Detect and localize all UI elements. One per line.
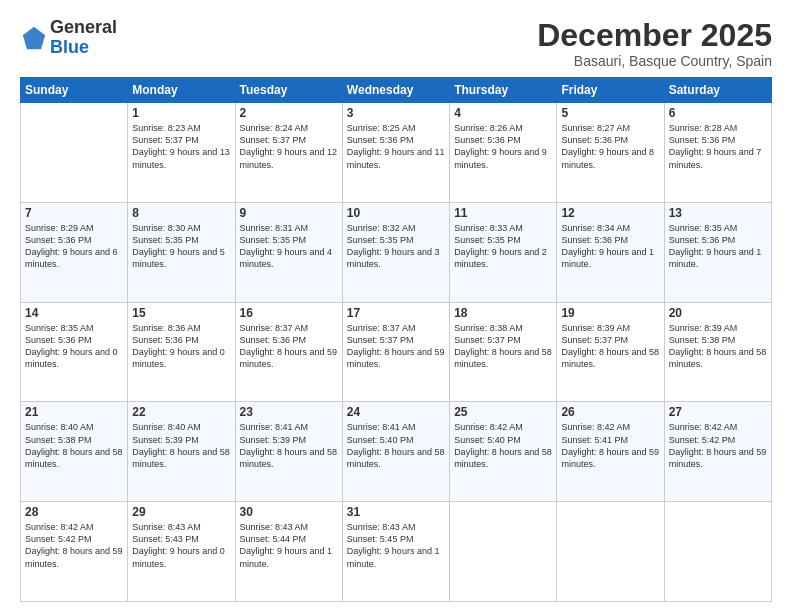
sunrise-text: Sunrise: 8:33 AM	[454, 222, 552, 234]
day-number: 27	[669, 405, 767, 419]
cell-info: Sunrise: 8:42 AM Sunset: 5:42 PM Dayligh…	[25, 521, 123, 570]
sunrise-text: Sunrise: 8:32 AM	[347, 222, 445, 234]
calendar-cell	[21, 103, 128, 203]
sunset-text: Sunset: 5:36 PM	[454, 134, 552, 146]
sunrise-text: Sunrise: 8:35 AM	[669, 222, 767, 234]
daylight-text: Daylight: 8 hours and 58 minutes.	[454, 346, 552, 370]
daylight-text: Daylight: 8 hours and 59 minutes.	[240, 346, 338, 370]
cell-info: Sunrise: 8:43 AM Sunset: 5:45 PM Dayligh…	[347, 521, 445, 570]
sunrise-text: Sunrise: 8:43 AM	[132, 521, 230, 533]
calendar-cell: 3 Sunrise: 8:25 AM Sunset: 5:36 PM Dayli…	[342, 103, 449, 203]
day-number: 20	[669, 306, 767, 320]
sunset-text: Sunset: 5:40 PM	[347, 434, 445, 446]
daylight-text: Daylight: 8 hours and 58 minutes.	[561, 346, 659, 370]
sunrise-text: Sunrise: 8:27 AM	[561, 122, 659, 134]
cell-info: Sunrise: 8:34 AM Sunset: 5:36 PM Dayligh…	[561, 222, 659, 271]
sunset-text: Sunset: 5:35 PM	[347, 234, 445, 246]
day-number: 16	[240, 306, 338, 320]
calendar-cell: 23 Sunrise: 8:41 AM Sunset: 5:39 PM Dayl…	[235, 402, 342, 502]
calendar-cell: 12 Sunrise: 8:34 AM Sunset: 5:36 PM Dayl…	[557, 202, 664, 302]
day-number: 5	[561, 106, 659, 120]
sunset-text: Sunset: 5:43 PM	[132, 533, 230, 545]
sunrise-text: Sunrise: 8:23 AM	[132, 122, 230, 134]
daylight-text: Daylight: 9 hours and 6 minutes.	[25, 246, 123, 270]
day-number: 3	[347, 106, 445, 120]
sunset-text: Sunset: 5:35 PM	[240, 234, 338, 246]
cell-info: Sunrise: 8:42 AM Sunset: 5:42 PM Dayligh…	[669, 421, 767, 470]
sunset-text: Sunset: 5:35 PM	[454, 234, 552, 246]
header-friday: Friday	[557, 78, 664, 103]
sunset-text: Sunset: 5:44 PM	[240, 533, 338, 545]
cell-info: Sunrise: 8:36 AM Sunset: 5:36 PM Dayligh…	[132, 322, 230, 371]
sunset-text: Sunset: 5:36 PM	[25, 234, 123, 246]
daylight-text: Daylight: 9 hours and 1 minute.	[669, 246, 767, 270]
daylight-text: Daylight: 9 hours and 3 minutes.	[347, 246, 445, 270]
cell-info: Sunrise: 8:26 AM Sunset: 5:36 PM Dayligh…	[454, 122, 552, 171]
sunset-text: Sunset: 5:36 PM	[240, 334, 338, 346]
sunrise-text: Sunrise: 8:37 AM	[347, 322, 445, 334]
calendar-cell: 1 Sunrise: 8:23 AM Sunset: 5:37 PM Dayli…	[128, 103, 235, 203]
day-number: 22	[132, 405, 230, 419]
cell-info: Sunrise: 8:33 AM Sunset: 5:35 PM Dayligh…	[454, 222, 552, 271]
logo-icon	[20, 24, 48, 52]
sunrise-text: Sunrise: 8:41 AM	[240, 421, 338, 433]
calendar-cell: 5 Sunrise: 8:27 AM Sunset: 5:36 PM Dayli…	[557, 103, 664, 203]
sunrise-text: Sunrise: 8:42 AM	[454, 421, 552, 433]
cell-info: Sunrise: 8:38 AM Sunset: 5:37 PM Dayligh…	[454, 322, 552, 371]
sunrise-text: Sunrise: 8:38 AM	[454, 322, 552, 334]
daylight-text: Daylight: 8 hours and 59 minutes.	[669, 446, 767, 470]
calendar-cell: 9 Sunrise: 8:31 AM Sunset: 5:35 PM Dayli…	[235, 202, 342, 302]
cell-info: Sunrise: 8:30 AM Sunset: 5:35 PM Dayligh…	[132, 222, 230, 271]
sunrise-text: Sunrise: 8:24 AM	[240, 122, 338, 134]
daylight-text: Daylight: 9 hours and 4 minutes.	[240, 246, 338, 270]
day-number: 7	[25, 206, 123, 220]
day-number: 18	[454, 306, 552, 320]
cell-info: Sunrise: 8:40 AM Sunset: 5:38 PM Dayligh…	[25, 421, 123, 470]
calendar-cell: 30 Sunrise: 8:43 AM Sunset: 5:44 PM Dayl…	[235, 502, 342, 602]
sunrise-text: Sunrise: 8:43 AM	[347, 521, 445, 533]
cell-info: Sunrise: 8:41 AM Sunset: 5:40 PM Dayligh…	[347, 421, 445, 470]
sunrise-text: Sunrise: 8:40 AM	[132, 421, 230, 433]
calendar-cell: 27 Sunrise: 8:42 AM Sunset: 5:42 PM Dayl…	[664, 402, 771, 502]
day-number: 2	[240, 106, 338, 120]
daylight-text: Daylight: 9 hours and 9 minutes.	[454, 146, 552, 170]
sunrise-text: Sunrise: 8:42 AM	[669, 421, 767, 433]
sunset-text: Sunset: 5:36 PM	[347, 134, 445, 146]
calendar-cell	[557, 502, 664, 602]
sunrise-text: Sunrise: 8:39 AM	[669, 322, 767, 334]
title-block: December 2025 Basauri, Basque Country, S…	[537, 18, 772, 69]
sunset-text: Sunset: 5:36 PM	[669, 134, 767, 146]
sunset-text: Sunset: 5:35 PM	[132, 234, 230, 246]
sunset-text: Sunset: 5:42 PM	[669, 434, 767, 446]
header-wednesday: Wednesday	[342, 78, 449, 103]
day-number: 11	[454, 206, 552, 220]
cell-info: Sunrise: 8:31 AM Sunset: 5:35 PM Dayligh…	[240, 222, 338, 271]
sunset-text: Sunset: 5:37 PM	[561, 334, 659, 346]
cell-info: Sunrise: 8:41 AM Sunset: 5:39 PM Dayligh…	[240, 421, 338, 470]
calendar-cell: 17 Sunrise: 8:37 AM Sunset: 5:37 PM Dayl…	[342, 302, 449, 402]
day-number: 19	[561, 306, 659, 320]
sunset-text: Sunset: 5:38 PM	[25, 434, 123, 446]
daylight-text: Daylight: 9 hours and 1 minute.	[240, 545, 338, 569]
sunset-text: Sunset: 5:36 PM	[669, 234, 767, 246]
cell-info: Sunrise: 8:43 AM Sunset: 5:43 PM Dayligh…	[132, 521, 230, 570]
sunrise-text: Sunrise: 8:41 AM	[347, 421, 445, 433]
day-number: 24	[347, 405, 445, 419]
daylight-text: Daylight: 9 hours and 12 minutes.	[240, 146, 338, 170]
calendar-week-1: 7 Sunrise: 8:29 AM Sunset: 5:36 PM Dayli…	[21, 202, 772, 302]
sunrise-text: Sunrise: 8:29 AM	[25, 222, 123, 234]
day-number: 4	[454, 106, 552, 120]
daylight-text: Daylight: 9 hours and 7 minutes.	[669, 146, 767, 170]
month-title: December 2025	[537, 18, 772, 53]
daylight-text: Daylight: 9 hours and 0 minutes.	[25, 346, 123, 370]
daylight-text: Daylight: 9 hours and 1 minute.	[561, 246, 659, 270]
day-number: 10	[347, 206, 445, 220]
calendar-table: Sunday Monday Tuesday Wednesday Thursday…	[20, 77, 772, 602]
day-number: 13	[669, 206, 767, 220]
calendar-cell: 16 Sunrise: 8:37 AM Sunset: 5:36 PM Dayl…	[235, 302, 342, 402]
sunrise-text: Sunrise: 8:26 AM	[454, 122, 552, 134]
cell-info: Sunrise: 8:29 AM Sunset: 5:36 PM Dayligh…	[25, 222, 123, 271]
daylight-text: Daylight: 9 hours and 11 minutes.	[347, 146, 445, 170]
cell-info: Sunrise: 8:37 AM Sunset: 5:37 PM Dayligh…	[347, 322, 445, 371]
daylight-text: Daylight: 8 hours and 59 minutes.	[347, 346, 445, 370]
